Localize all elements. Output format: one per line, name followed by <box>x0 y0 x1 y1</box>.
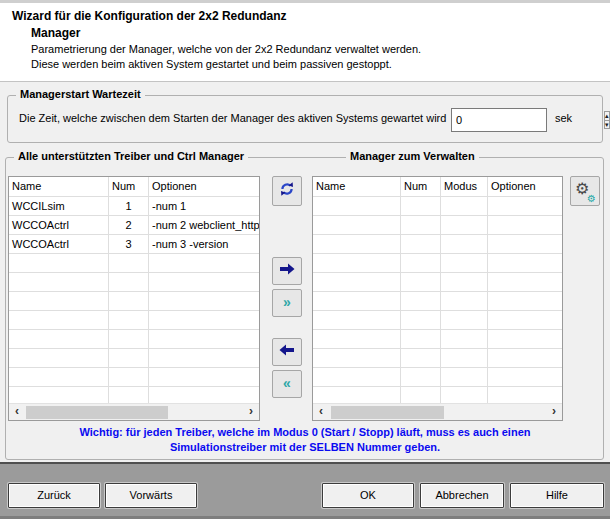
empty-row <box>313 368 562 387</box>
move-all-right-button[interactable]: » <box>272 289 302 317</box>
cell <box>488 368 562 386</box>
cell <box>109 254 149 272</box>
empty-row <box>313 216 562 235</box>
cell: WCCOActrl <box>9 216 109 234</box>
scroll-right-icon[interactable]: › <box>546 404 562 420</box>
selected-h-scrollbar[interactable]: ‹ › <box>313 403 562 420</box>
empty-row <box>313 273 562 292</box>
cell: WCCILsim <box>9 197 109 215</box>
wait-time-group-title: Managerstart Wartezeit <box>16 88 145 100</box>
column-header-num: Num <box>401 177 441 196</box>
cell <box>149 254 259 272</box>
cell <box>441 330 488 348</box>
empty-row <box>9 311 259 330</box>
cell <box>401 349 441 367</box>
cell <box>441 235 488 253</box>
scroll-right-icon[interactable]: › <box>243 404 259 420</box>
wait-time-spinbox[interactable]: ▴ ▾ <box>451 108 547 132</box>
cell <box>313 273 401 291</box>
cell <box>488 349 562 367</box>
selected-managers-table[interactable]: NameNumModusOptionen ‹ › <box>312 176 563 421</box>
cell <box>149 330 259 348</box>
empty-row <box>313 330 562 349</box>
cell <box>9 330 109 348</box>
arrow-right-icon <box>278 260 296 282</box>
cell <box>313 292 401 310</box>
column-header-name: Name <box>9 177 109 196</box>
cell <box>313 368 401 386</box>
cell <box>488 254 562 272</box>
cell <box>313 197 401 215</box>
spin-up-icon[interactable]: ▴ <box>605 112 609 120</box>
cell <box>313 216 401 234</box>
empty-row <box>9 349 259 368</box>
help-button[interactable]: Hilfe <box>510 483 604 508</box>
wait-time-groupbox: Managerstart Wartezeit Die Zeit, welche … <box>7 95 603 143</box>
cell <box>9 254 109 272</box>
empty-row <box>313 197 562 216</box>
page-title: Wizard für die Konfiguration der 2x2 Red… <box>12 9 287 23</box>
available-h-scrollbar[interactable]: ‹ › <box>9 403 259 420</box>
important-notice: Wichtig: für jeden Treiber, welche im Mo… <box>0 425 610 455</box>
empty-row <box>313 254 562 273</box>
ok-button[interactable]: OK <box>322 483 414 508</box>
selected-list-title: Manager zum Verwalten <box>346 150 479 162</box>
wait-time-label: Die Zeit, welche zwischen dem Starten de… <box>19 112 447 124</box>
refresh-button[interactable] <box>272 176 302 206</box>
scrollbar-thumb[interactable] <box>26 406 168 419</box>
back-button[interactable]: Zurück <box>8 483 100 508</box>
cell <box>441 197 488 215</box>
cell <box>109 311 149 329</box>
column-header-num: Num <box>109 177 149 196</box>
move-right-button[interactable] <box>272 257 302 285</box>
forward-button[interactable]: Vorwärts <box>105 483 197 508</box>
empty-row <box>9 330 259 349</box>
column-header-name: Name <box>313 177 401 196</box>
spin-down-icon[interactable]: ▾ <box>605 120 609 129</box>
scrollbar-thumb[interactable] <box>331 406 444 419</box>
wait-time-input[interactable] <box>452 109 602 131</box>
column-header-optionen: Optionen <box>149 177 259 196</box>
gear-icon: ⚙ ⚙ <box>575 181 595 201</box>
scroll-left-icon[interactable]: ‹ <box>313 404 329 420</box>
wizard-dialog: Wizard für die Konfiguration der 2x2 Red… <box>0 0 610 519</box>
cell <box>149 349 259 367</box>
cell <box>488 330 562 348</box>
cell <box>401 292 441 310</box>
available-drivers-table[interactable]: NameNumOptionenWCCILsim1-num 1WCCOActrl2… <box>8 176 260 421</box>
page-subtitle: Manager <box>31 26 80 40</box>
cell <box>149 311 259 329</box>
cell <box>401 235 441 253</box>
empty-row <box>313 235 562 254</box>
driver-row[interactable]: WCCOActrl2-num 2 webclient_http. <box>9 216 259 235</box>
move-all-left-button[interactable]: « <box>272 370 302 398</box>
cell <box>441 349 488 367</box>
footer-button-bar: Zurück Vorwärts OK Abbrechen Hilfe <box>0 464 610 519</box>
spinner-buttons: ▴ ▾ <box>604 111 610 129</box>
cell <box>488 311 562 329</box>
empty-row <box>9 254 259 273</box>
scroll-left-icon[interactable]: ‹ <box>9 404 25 420</box>
cell <box>488 273 562 291</box>
cell <box>109 273 149 291</box>
empty-row <box>313 349 562 368</box>
cell <box>109 368 149 386</box>
driver-row[interactable]: WCCILsim1-num 1 <box>9 197 259 216</box>
gear-small-icon: ⚙ <box>587 194 596 204</box>
cell <box>441 292 488 310</box>
cell: 3 <box>109 235 149 253</box>
cancel-button[interactable]: Abbrechen <box>420 483 504 508</box>
cell <box>9 292 109 310</box>
double-chevron-left-icon: « <box>283 376 291 392</box>
cell <box>441 368 488 386</box>
manager-settings-button[interactable]: ⚙ ⚙ <box>570 176 600 206</box>
cell: WCCOActrl <box>9 235 109 253</box>
column-header-optionen: Optionen <box>488 177 562 196</box>
driver-row[interactable]: WCCOActrl3-num 3 -version <box>9 235 259 254</box>
cell <box>9 273 109 291</box>
refresh-icon <box>278 180 296 202</box>
cell <box>149 273 259 291</box>
empty-row <box>9 368 259 387</box>
move-left-button[interactable] <box>272 338 302 366</box>
table-header-row: NameNumOptionen <box>9 177 259 197</box>
